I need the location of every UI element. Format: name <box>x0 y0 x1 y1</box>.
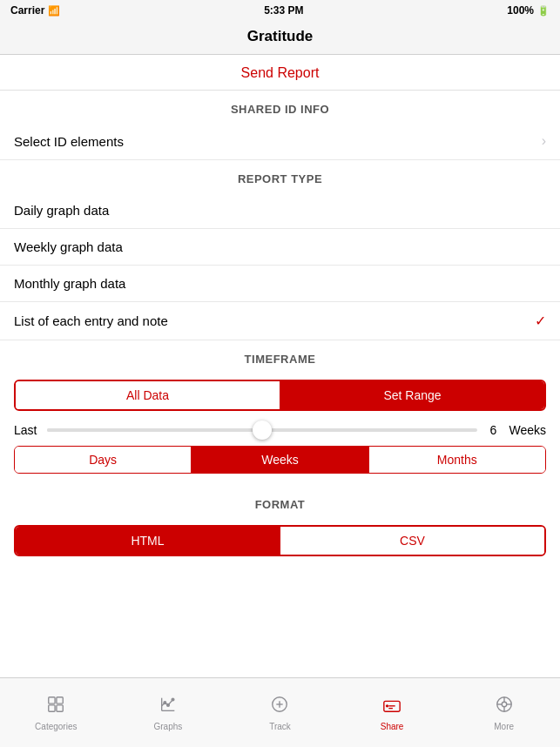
share-icon <box>382 695 401 719</box>
graphs-icon <box>159 695 178 719</box>
send-report-row: Send Report <box>0 55 560 91</box>
checkmark-icon: ✓ <box>535 313 546 329</box>
svg-point-7 <box>167 703 170 706</box>
tab-categories-label: Categories <box>35 722 77 731</box>
tab-more[interactable]: More <box>448 688 560 738</box>
status-bar: Carrier 📶 5:33 PM 100% 🔋 <box>0 0 560 21</box>
svg-rect-0 <box>49 697 55 703</box>
report-type-daily[interactable]: Daily graph data <box>0 192 560 229</box>
report-type-weekly[interactable]: Weekly graph data <box>0 229 560 266</box>
tab-graphs-label: Graphs <box>153 722 182 731</box>
svg-rect-3 <box>57 704 63 710</box>
report-type-list[interactable]: List of each entry and note ✓ <box>0 302 560 340</box>
send-report-button[interactable]: Send Report <box>241 65 320 81</box>
select-id-label: Select ID elements <box>14 134 124 149</box>
timeframe-segmented-control: All Data Set Range <box>14 380 546 411</box>
tab-track-label: Track <box>269 722 291 731</box>
svg-point-6 <box>164 701 166 703</box>
track-icon <box>270 695 289 719</box>
report-type-monthly[interactable]: Monthly graph data <box>0 266 560 302</box>
set-range-button[interactable]: Set Range <box>280 381 544 409</box>
main-content: Send Report SHARED ID INFO Select ID ele… <box>0 55 560 633</box>
slider-value: 6 <box>484 423 502 437</box>
format-segmented-control: HTML CSV <box>14 525 546 556</box>
chevron-right-icon: › <box>542 133 546 149</box>
last-label: Last <box>14 423 40 437</box>
tab-graphs[interactable]: Graphs <box>112 688 225 738</box>
status-carrier: Carrier 📶 <box>10 4 60 17</box>
html-button[interactable]: HTML <box>16 527 280 555</box>
all-data-button[interactable]: All Data <box>16 381 280 409</box>
svg-rect-1 <box>57 697 63 703</box>
weeks-button[interactable]: Weeks <box>191 447 368 473</box>
shared-id-header: SHARED ID INFO <box>0 91 560 123</box>
svg-point-15 <box>387 704 388 706</box>
battery-icon: 🔋 <box>537 5 550 17</box>
days-button[interactable]: Days <box>15 447 191 473</box>
tab-categories[interactable]: Categories <box>0 688 112 738</box>
months-button[interactable]: Months <box>368 447 545 473</box>
status-battery: 100% 🔋 <box>507 4 550 17</box>
timeframe-section: All Data Set Range Last 6 Weeks Days Wee… <box>0 380 560 474</box>
range-slider-track[interactable] <box>47 428 477 432</box>
timeframe-header: TIMEFRAME <box>0 340 560 373</box>
format-header: FORMAT <box>0 486 560 518</box>
wifi-icon: 📶 <box>48 5 60 17</box>
more-icon <box>495 695 514 719</box>
tab-share[interactable]: Share <box>336 688 449 738</box>
tab-track[interactable]: Track <box>224 688 336 738</box>
svg-point-17 <box>502 702 507 707</box>
categories-icon <box>46 695 65 719</box>
svg-rect-2 <box>49 704 55 710</box>
tab-bar: Categories Graphs Track <box>0 677 560 747</box>
slider-row: Last 6 Weeks <box>14 418 546 441</box>
status-time: 5:33 PM <box>264 4 303 17</box>
slider-unit: Weeks <box>509 423 546 437</box>
page-title: Gratitude <box>0 28 560 45</box>
weekly-label: Weekly graph data <box>14 239 123 254</box>
nav-bar: Gratitude <box>0 21 560 55</box>
svg-point-8 <box>172 698 174 701</box>
report-type-header: REPORT TYPE <box>0 160 560 192</box>
list-entry-label: List of each entry and note <box>14 313 168 328</box>
monthly-label: Monthly graph data <box>14 276 125 291</box>
units-segmented-control: Days Weeks Months <box>14 446 546 474</box>
tab-share-label: Share <box>381 722 404 731</box>
tab-more-label: More <box>494 722 514 731</box>
csv-button[interactable]: CSV <box>280 527 544 555</box>
format-section: HTML CSV <box>0 525 560 556</box>
select-id-elements-row[interactable]: Select ID elements › <box>0 123 560 160</box>
daily-label: Daily graph data <box>14 203 109 218</box>
